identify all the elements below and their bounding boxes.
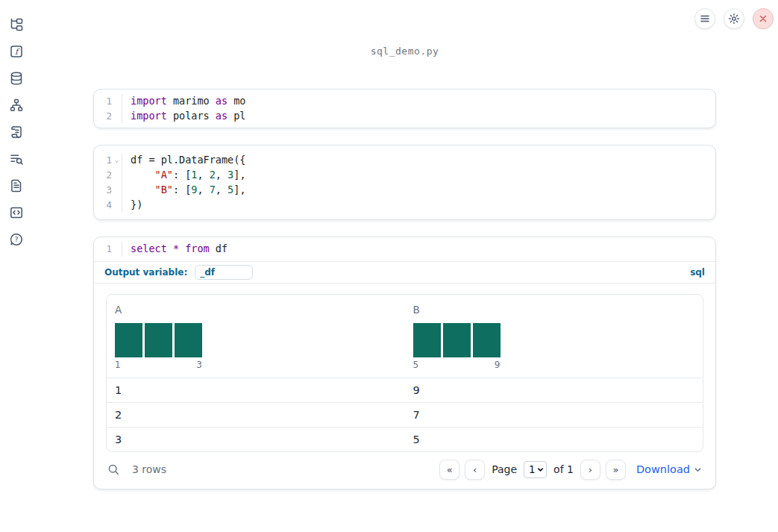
document-icon[interactable] [9, 178, 24, 193]
page-label: Page [492, 463, 517, 475]
code-token: "B" [155, 184, 173, 195]
code-token: df = pl.DataFrame({ [131, 154, 245, 166]
function-icon[interactable]: f [9, 44, 24, 59]
histogram-range-labels: 13 [115, 360, 202, 370]
histogram-min-label: 1 [115, 360, 121, 370]
code-token [131, 184, 155, 195]
table-column-header: A13 [107, 304, 405, 370]
output-variable-input[interactable] [195, 265, 253, 280]
page-number-select[interactable]: 1 [529, 463, 537, 475]
code-token: * [173, 242, 179, 254]
histogram-bar[interactable] [175, 323, 202, 357]
code-line[interactable]: 2 "A": [1, 2, 3], [94, 168, 715, 183]
list-search-icon[interactable] [9, 151, 24, 166]
code-line[interactable]: 1⌄df = pl.DataFrame({ [94, 153, 715, 168]
pagination-controls: « ‹ Page 1 of 1 › » [439, 460, 626, 480]
notebook-filename: sql_demo.py [93, 46, 716, 57]
fold-gutter [112, 109, 122, 124]
histogram-bar[interactable] [115, 323, 142, 357]
table-cell: 5 [405, 428, 703, 451]
scroll-logs-icon[interactable] [9, 125, 24, 140]
code-line[interactable]: 3 "B": [9, 7, 5], [94, 183, 715, 198]
column-name[interactable]: A [115, 304, 397, 316]
histogram-bar[interactable] [473, 323, 501, 357]
next-page-button[interactable]: › [580, 460, 600, 480]
gear-icon [728, 13, 740, 25]
code-cell-imports[interactable]: 1import marimo as mo2import polars as pl [93, 89, 716, 128]
page-select[interactable]: 1 [524, 461, 547, 478]
fold-gutter [112, 183, 122, 198]
code-cell-dataframe[interactable]: 1⌄df = pl.DataFrame({2 "A": [1, 2, 3],3 … [93, 145, 716, 220]
column-histogram[interactable]: 59 [413, 323, 695, 370]
histogram-bar[interactable] [443, 323, 471, 357]
table-column-header: B59 [405, 304, 703, 370]
histogram-max-label: 9 [495, 360, 501, 370]
fold-gutter [112, 94, 122, 109]
histogram-bars [115, 323, 397, 357]
line-number: 2 [94, 109, 112, 124]
database-icon[interactable] [9, 71, 24, 86]
code-token: import [131, 110, 167, 122]
code-token: ], [233, 184, 245, 195]
settings-button[interactable] [724, 8, 744, 29]
code-token: from [185, 242, 210, 254]
code-token: , [197, 184, 209, 195]
download-button[interactable]: Download [636, 463, 702, 475]
prev-page-button[interactable]: ‹ [465, 460, 485, 480]
output-variable-label: Output variable: [104, 267, 187, 278]
fold-gutter [112, 168, 122, 183]
first-page-button[interactable]: « [439, 460, 459, 480]
help-bubble-icon[interactable]: ? [9, 232, 24, 247]
svg-text:f: f [15, 47, 20, 57]
code-snippet-icon[interactable] [9, 205, 24, 220]
histogram-bar[interactable] [413, 323, 441, 357]
code-token: , [216, 184, 228, 195]
code-token: marimo [167, 95, 216, 107]
chevron-down-icon [694, 466, 702, 474]
table-row[interactable]: 27 [107, 402, 703, 427]
code-text: }) [122, 198, 715, 213]
code-token: }) [131, 198, 142, 210]
line-number: 2 [94, 168, 112, 183]
file-tree-icon[interactable] [9, 17, 24, 32]
column-name[interactable]: B [413, 304, 695, 316]
last-page-button[interactable]: » [606, 460, 626, 480]
sql-code-editor[interactable]: 1select * from df [94, 237, 715, 261]
code-line[interactable]: 4}) [94, 198, 715, 213]
dataframe-table: A13B59 192735 [106, 294, 703, 452]
code-token: mo [228, 95, 245, 107]
page-total-label: of 1 [553, 463, 574, 475]
code-token: import [131, 95, 167, 107]
code-text: "B": [9, 7, 5], [122, 183, 715, 198]
code-token: 2 [210, 169, 216, 181]
dependency-graph-icon[interactable] [9, 98, 24, 113]
notebook-main: sql_demo.py 1import marimo as mo2import … [93, 0, 716, 489]
code-token: , [197, 169, 209, 181]
table-header-row: A13B59 [107, 295, 703, 378]
histogram-bar[interactable] [145, 323, 172, 357]
table-cell: 1 [107, 378, 405, 402]
search-icon[interactable] [107, 463, 120, 476]
code-token: pl [228, 110, 245, 122]
close-button[interactable] [753, 8, 774, 29]
row-count-label: 3 rows [132, 463, 166, 475]
code-token: : [ [173, 184, 191, 195]
line-number: 4 [94, 198, 112, 213]
histogram-bars [413, 323, 695, 357]
cell-output-area: A13B59 192735 3 rows « ‹ Page 1 [94, 283, 715, 489]
table-row[interactable]: 35 [107, 427, 703, 451]
table-row[interactable]: 19 [107, 378, 703, 402]
code-token [131, 169, 155, 181]
histogram-min-label: 5 [413, 360, 419, 370]
code-token: select [131, 242, 167, 254]
code-token: ], [233, 169, 245, 181]
fold-chevron-icon[interactable]: ⌄ [112, 153, 122, 168]
code-token: , [216, 169, 228, 181]
column-histogram[interactable]: 13 [115, 323, 397, 370]
line-number: 1 [94, 153, 112, 168]
code-line[interactable]: 1select * from df [94, 242, 715, 257]
code-line[interactable]: 2import polars as pl [94, 109, 715, 124]
close-x-icon [759, 14, 768, 23]
code-line[interactable]: 1import marimo as mo [94, 94, 715, 109]
fold-gutter [112, 198, 122, 213]
